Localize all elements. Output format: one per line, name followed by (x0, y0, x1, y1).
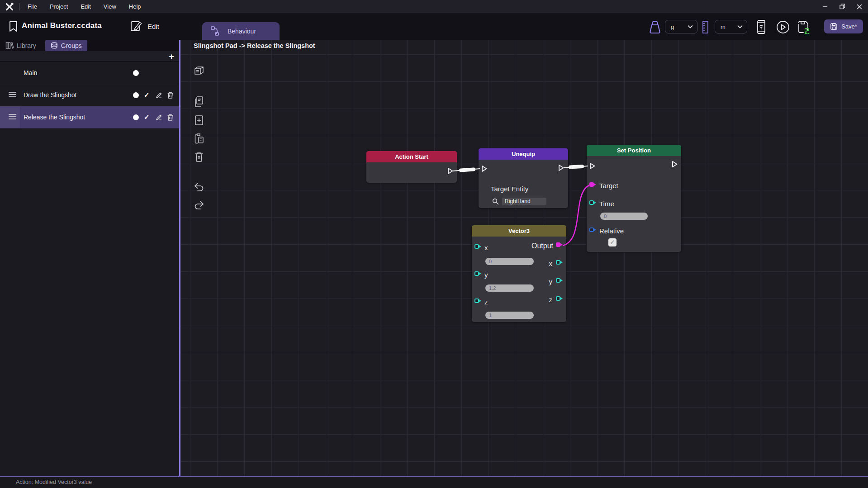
redo-button[interactable] (193, 199, 205, 212)
drag-handle-icon[interactable] (9, 92, 16, 98)
group-row-draw-the-slingshot[interactable]: Draw the Slingshot ✓ (0, 84, 179, 106)
group-active-radio[interactable] (133, 70, 139, 76)
menu-project[interactable]: Project (43, 0, 74, 13)
tab-groups-label: Groups (61, 42, 82, 49)
groups-icon (51, 42, 58, 49)
check-icon[interactable]: ✓ (144, 113, 150, 121)
undo-button[interactable] (193, 181, 205, 194)
play-button[interactable] (776, 20, 790, 34)
length-unit-value: m (721, 24, 726, 30)
copy-button[interactable] (193, 95, 205, 108)
delete-icon[interactable] (167, 114, 174, 121)
node-set-position[interactable]: Set Position Target Time 0 Relative ✓ (587, 145, 681, 252)
menu-help[interactable]: Help (123, 0, 147, 13)
time-pin[interactable] (589, 200, 594, 205)
minimize-button[interactable] (816, 0, 834, 13)
y-label: y (484, 271, 488, 279)
ruler-icon (701, 20, 710, 34)
x-label: x (484, 244, 488, 251)
library-icon (5, 42, 14, 49)
group-name: Draw the Slingshot (24, 84, 77, 106)
menu-bar: File Project Edit View Help (0, 0, 868, 13)
relative-checkbox[interactable]: ✓ (608, 238, 617, 246)
node-library-button[interactable] (193, 65, 205, 77)
target-entity-label: Target Entity (491, 185, 528, 193)
output-pin[interactable] (556, 242, 560, 247)
menu-edit[interactable]: Edit (74, 0, 97, 13)
restore-button[interactable] (834, 0, 851, 13)
node-unequip[interactable]: Unequip Target Entity RightHand (479, 148, 568, 208)
y-out-pin[interactable] (556, 278, 560, 283)
menu-view[interactable]: View (97, 0, 123, 13)
sidebar-tabs: Library Groups (0, 40, 179, 51)
save-sync-icon (797, 20, 811, 34)
target-pin[interactable] (589, 182, 594, 187)
node-title: Set Position (587, 145, 681, 156)
x-in-pin[interactable] (474, 244, 479, 249)
save-sync-button[interactable] (797, 20, 811, 34)
exec-out-pin[interactable] (557, 164, 565, 172)
y-input[interactable]: 1.2 (485, 284, 534, 292)
menu-file[interactable]: File (21, 0, 43, 13)
app-logo-icon (5, 2, 14, 12)
out-y-label: y (549, 278, 553, 285)
z-label: z (484, 298, 488, 306)
group-active-radio[interactable] (133, 114, 139, 120)
close-button[interactable] (851, 0, 868, 13)
save-button-label: Save* (841, 23, 857, 30)
tab-library-label: Library (17, 42, 36, 49)
tab-groups[interactable]: Groups (45, 40, 87, 51)
app-window: File Project Edit View Help Animal Buste… (0, 0, 868, 488)
relative-pin[interactable] (589, 227, 594, 232)
exec-in-pin[interactable] (480, 165, 488, 173)
breadcrumb: Slingshot Pad -> Release the Slingshot (194, 42, 315, 49)
exec-in-pin[interactable] (588, 162, 596, 170)
search-icon (492, 198, 499, 205)
exec-out-pin[interactable] (446, 167, 454, 175)
add-group-button[interactable]: + (166, 52, 176, 62)
play-icon (776, 20, 790, 34)
output-label: Output (531, 242, 553, 250)
rename-icon[interactable] (155, 91, 163, 99)
weight-icon (649, 20, 661, 34)
save-icon (830, 23, 838, 30)
add-node-button[interactable] (193, 114, 205, 127)
delete-node-button[interactable] (193, 151, 205, 163)
node-title: Vector3 (472, 225, 566, 237)
group-active-radio[interactable] (133, 92, 139, 98)
group-name: Release the Slingshot (24, 106, 85, 128)
header-bar: Animal Buster.ccdata Edit Behaviour g m (0, 13, 868, 40)
sidebar: Library Groups + Main Draw the Slingshot… (0, 40, 180, 476)
group-list-toolbar: + (0, 51, 179, 62)
z-input[interactable]: 1 (485, 312, 534, 319)
paste-button[interactable] (193, 133, 205, 145)
group-row-main[interactable]: Main (0, 62, 179, 84)
node-graph-canvas[interactable]: Slingshot Pad -> Release the Slingshot (180, 40, 868, 476)
drag-handle-icon[interactable] (9, 114, 16, 120)
time-input[interactable]: 0 (600, 213, 648, 220)
exec-out-pin[interactable] (670, 160, 678, 168)
node-vector3[interactable]: Vector3 x 0 y 1.2 z 1 Output x y z (472, 225, 566, 322)
rename-icon[interactable] (155, 114, 163, 121)
device-preview-button[interactable] (756, 19, 767, 34)
group-row-release-the-slingshot[interactable]: Release the Slingshot ✓ (0, 106, 179, 128)
chevron-down-icon (737, 25, 743, 28)
z-in-pin[interactable] (474, 298, 479, 303)
node-title: Unequip (479, 148, 568, 160)
target-entity-input[interactable]: RightHand (502, 198, 546, 205)
node-action-start[interactable]: Action Start (366, 151, 457, 183)
save-button[interactable]: Save* (824, 19, 863, 33)
check-icon[interactable]: ✓ (144, 91, 150, 99)
delete-icon[interactable] (167, 91, 174, 99)
weight-unit-select[interactable]: g (665, 20, 697, 33)
time-label: Time (599, 200, 614, 208)
y-in-pin[interactable] (474, 271, 479, 276)
chevron-down-icon (688, 25, 693, 28)
tab-library[interactable]: Library (0, 40, 42, 51)
x-out-pin[interactable] (556, 260, 560, 265)
x-input[interactable]: 0 (485, 258, 534, 265)
z-out-pin[interactable] (556, 296, 560, 301)
relative-label: Relative (599, 227, 624, 235)
length-unit-select[interactable]: m (715, 20, 747, 33)
group-name: Main (24, 62, 37, 84)
